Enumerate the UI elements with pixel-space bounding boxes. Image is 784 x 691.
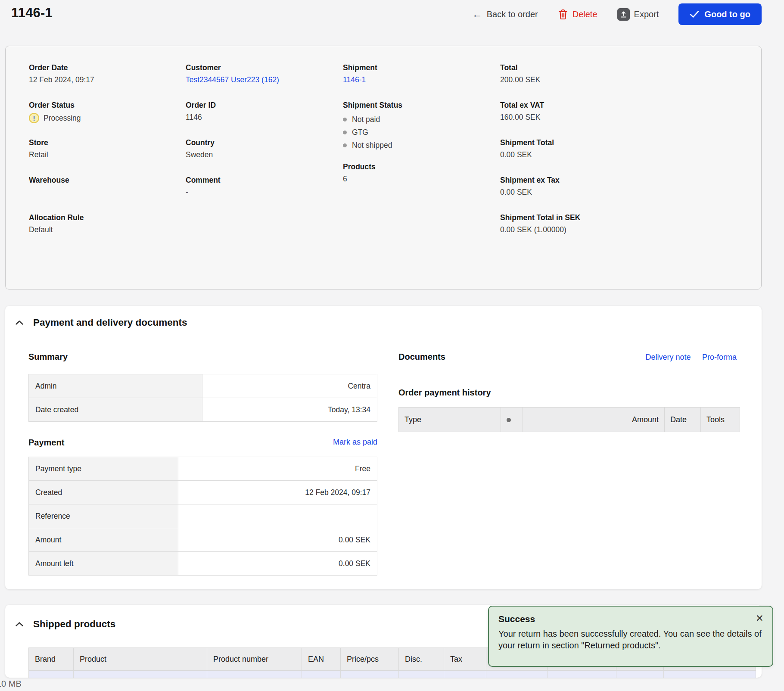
shipment-total-value: 0.00 SEK: [500, 150, 761, 161]
shipment-field: Shipment 1146-1: [343, 63, 500, 86]
warehouse-field: Warehouse: [29, 176, 186, 198]
good-to-go-button[interactable]: Good to go: [678, 3, 762, 25]
payment-type-value: Free: [178, 457, 377, 481]
export-label: Export: [634, 9, 659, 19]
top-actions: ← Back to order Delete Export: [472, 0, 762, 28]
shipped-col-disc: Disc.: [399, 648, 444, 671]
history-col-amount: Amount: [523, 408, 664, 432]
toast-message: Your return has been successfully create…: [498, 628, 763, 651]
table-row: Created 12 Feb 2024, 09:17: [29, 481, 377, 504]
export-button[interactable]: Export: [617, 8, 659, 21]
shipped-products-title: Shipped products: [33, 619, 115, 630]
comment-value: -: [186, 188, 343, 198]
shipped-col-product-number: Product number: [207, 648, 302, 671]
summary-title: Summary: [28, 352, 68, 362]
country-label: Country: [186, 138, 343, 147]
overview-column-4: Total 200.00 SEK Total ex VAT 160.00 SEK…: [500, 63, 761, 251]
allocation-rule-label: Allocation Rule: [29, 213, 186, 222]
toast-title: Success: [498, 614, 763, 624]
allocation-rule-field: Allocation Rule Default: [29, 213, 186, 236]
comment-field: Comment -: [186, 176, 343, 198]
check-icon: [690, 10, 699, 18]
table-row: Payment type Free: [29, 457, 377, 481]
success-toast: Success ✕ Your return has been successfu…: [488, 606, 773, 667]
trash-icon: [558, 9, 568, 20]
shipped-col-ean: EAN: [302, 648, 341, 671]
summary-table: Admin Centra Date created Today, 13:34: [28, 374, 377, 422]
back-to-order-button[interactable]: ← Back to order: [472, 9, 538, 19]
history-col-tools: Tools: [701, 408, 740, 432]
table-row: Amount left 0.00 SEK: [29, 552, 377, 576]
shipment-total-sek-field: Shipment Total in SEK 0.00 SEK (1.00000): [500, 213, 761, 236]
table-row: Admin Centra: [29, 374, 377, 398]
back-to-order-label: Back to order: [487, 9, 538, 19]
overview-column-1: Order Date 12 Feb 2024, 09:17 Order Stat…: [29, 63, 186, 251]
shipment-status-item: GTG: [343, 126, 500, 139]
summary-admin-value: Centra: [202, 374, 377, 398]
order-date-field: Order Date 12 Feb 2024, 09:17: [29, 63, 186, 86]
order-date-value: 12 Feb 2024, 09:17: [29, 75, 186, 86]
shipment-ex-tax-value: 0.00 SEK: [500, 188, 761, 198]
shipment-total-sek-label: Shipment Total in SEK: [500, 213, 761, 222]
shipment-link[interactable]: 1146-1: [343, 75, 500, 86]
order-id-value: 1146: [186, 113, 343, 123]
mark-as-paid-link[interactable]: Mark as paid: [28, 438, 377, 447]
payment-delivery-card: Payment and delivery documents Summary A…: [5, 306, 762, 589]
total-field: Total 200.00 SEK: [500, 63, 761, 86]
store-field: Store Retail: [29, 138, 186, 161]
payment-type-label: Payment type: [29, 457, 178, 481]
summary-date-created-label: Date created: [29, 398, 202, 422]
store-label: Store: [29, 138, 186, 147]
payment-section-title: Payment and delivery documents: [33, 317, 187, 328]
status-dot-icon: [343, 143, 347, 147]
payment-created-value: 12 Feb 2024, 09:17: [178, 481, 377, 504]
table-row: Date created Today, 13:34: [29, 398, 377, 422]
store-value: Retail: [29, 150, 186, 161]
shipment-status-item: Not shipped: [343, 139, 500, 152]
pro-forma-link[interactable]: Pro-forma: [702, 353, 737, 361]
country-value: Sweden: [186, 150, 343, 161]
payment-reference-value: [178, 504, 377, 528]
shipment-ex-tax-field: Shipment ex Tax 0.00 SEK: [500, 176, 761, 198]
shipped-col-price: Price/pcs: [341, 648, 399, 671]
good-to-go-label: Good to go: [704, 9, 750, 19]
comment-label: Comment: [186, 176, 343, 185]
table-row: Amount 0.00 SEK: [29, 528, 377, 552]
customer-label: Customer: [186, 63, 343, 72]
shipment-ex-tax-label: Shipment ex Tax: [500, 176, 761, 185]
payment-amount-left-value: 0.00 SEK: [178, 552, 377, 576]
products-value: 6: [343, 174, 500, 185]
collapse-chevron-icon[interactable]: [15, 320, 24, 326]
warning-icon: !: [29, 113, 39, 123]
close-icon[interactable]: ✕: [756, 613, 764, 624]
order-status-field: Order Status ! Processing: [29, 101, 186, 123]
delivery-note-link[interactable]: Delivery note: [645, 353, 691, 361]
payment-created-label: Created: [29, 481, 178, 504]
allocation-rule-value: Default: [29, 225, 186, 236]
order-id-label: Order ID: [186, 101, 343, 110]
total-ex-vat-label: Total ex VAT: [500, 101, 761, 110]
country-field: Country Sweden: [186, 138, 343, 161]
payment-amount-label: Amount: [29, 528, 178, 552]
summary-date-created-value: Today, 13:34: [202, 398, 377, 422]
total-value: 200.00 SEK: [500, 75, 761, 86]
top-bar: 1146-1 ← Back to order Delete Export: [0, 0, 784, 28]
delete-button[interactable]: Delete: [558, 9, 597, 20]
total-label: Total: [500, 63, 761, 72]
order-payment-history-table: Type Amount Date Tools: [398, 407, 740, 432]
payment-table: Payment type Free Created 12 Feb 2024, 0…: [28, 457, 377, 576]
products-label: Products: [343, 162, 500, 171]
shipment-total-label: Shipment Total: [500, 138, 761, 147]
shipped-col-brand: Brand: [29, 648, 74, 671]
payment-reference-label: Reference: [29, 504, 178, 528]
export-icon: [617, 8, 630, 21]
payment-amount-value: 0.00 SEK: [178, 528, 377, 552]
warehouse-value: [29, 188, 186, 198]
shipment-total-sek-value: 0.00 SEK (1.00000): [500, 225, 761, 236]
collapse-chevron-icon[interactable]: [15, 621, 24, 627]
customer-link[interactable]: Test2344567 User223 (162): [186, 75, 343, 86]
status-dot-icon: [343, 118, 347, 121]
shipment-total-field: Shipment Total 0.00 SEK: [500, 138, 761, 161]
shipment-status-item: Not paid: [343, 113, 500, 126]
shipment-status-field: Shipment Status Not paid GTG Not shipped: [343, 101, 500, 152]
